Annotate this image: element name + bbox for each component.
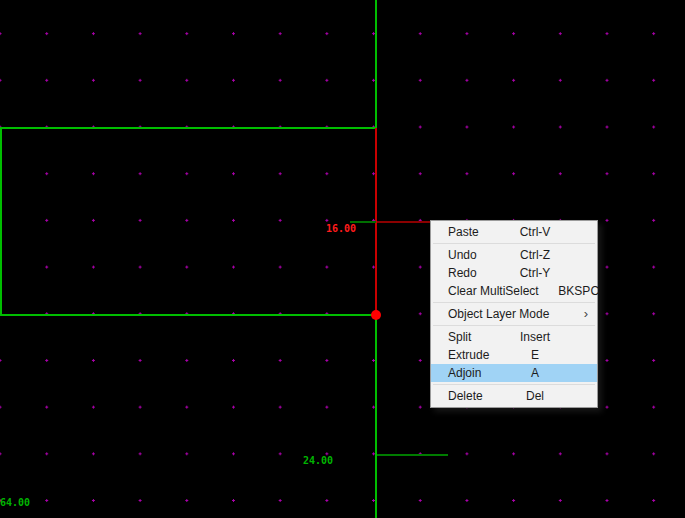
dim-16-line: [377, 221, 430, 223]
menu-separator: [433, 384, 595, 385]
dimension-label-64: 64.00: [0, 497, 30, 508]
menu-item-label: Redo: [448, 264, 495, 282]
menu-item-label: Split: [448, 328, 495, 346]
menu-item-label: Clear MultiSelect: [448, 282, 539, 300]
menu-item-undo[interactable]: Undo Ctrl-Z: [431, 246, 597, 264]
menu-item-shortcut: Insert: [495, 328, 575, 346]
menu-item-shortcut: Del: [495, 387, 575, 405]
menu-separator: [433, 325, 595, 326]
menu-item-redo[interactable]: Redo Ctrl-Y: [431, 264, 597, 282]
wall-vertical-top[interactable]: [375, 0, 377, 128]
menu-item-extrude[interactable]: Extrude E: [431, 346, 597, 364]
menu-item-shortcut: A: [495, 364, 575, 382]
menu-item-clear-multiselect[interactable]: Clear MultiSelect BKSPC: [431, 282, 597, 300]
menu-item-shortcut: Ctrl-Z: [495, 246, 575, 264]
room-left-edge[interactable]: [0, 127, 2, 316]
menu-item-shortcut: Ctrl-Y: [495, 264, 575, 282]
menu-item-split[interactable]: Split Insert: [431, 328, 597, 346]
menu-item-shortcut: BKSPC: [539, 282, 619, 300]
menu-item-shortcut: Ctrl-V: [495, 223, 575, 241]
menu-item-paste[interactable]: Paste Ctrl-V: [431, 223, 597, 241]
menu-item-label: Undo: [448, 246, 495, 264]
menu-item-label: Paste: [448, 223, 495, 241]
menu-item-label: Extrude: [448, 346, 495, 364]
menu-item-shortcut: E: [495, 346, 575, 364]
selected-vertex[interactable]: [371, 310, 381, 320]
menu-separator: [433, 243, 595, 244]
dimension-label-24: 24.00: [303, 455, 333, 466]
menu-item-label: Delete: [448, 387, 495, 405]
menu-item-object-layer-mode[interactable]: Object Layer Mode ›: [431, 305, 597, 323]
menu-item-delete[interactable]: Delete Del: [431, 387, 597, 405]
wall-vertical-bottom[interactable]: [375, 316, 377, 518]
room-top-edge[interactable]: [0, 127, 377, 129]
menu-item-label: Object Layer Mode: [448, 305, 597, 323]
menu-item-adjoin[interactable]: Adjoin A: [431, 364, 597, 382]
dim-24-line: [377, 454, 448, 456]
dimension-label-16: 16.00: [326, 223, 356, 234]
context-menu: Paste Ctrl-V Undo Ctrl-Z Redo Ctrl-Y Cle…: [430, 220, 598, 408]
room-bottom-edge[interactable]: [0, 314, 377, 316]
submenu-arrow-icon: ›: [584, 305, 588, 323]
menu-item-label: Adjoin: [448, 364, 495, 382]
editor-canvas[interactable]: 16.00 24.00 64.00 Paste Ctrl-V Undo Ctrl…: [0, 0, 685, 518]
menu-separator: [433, 302, 595, 303]
